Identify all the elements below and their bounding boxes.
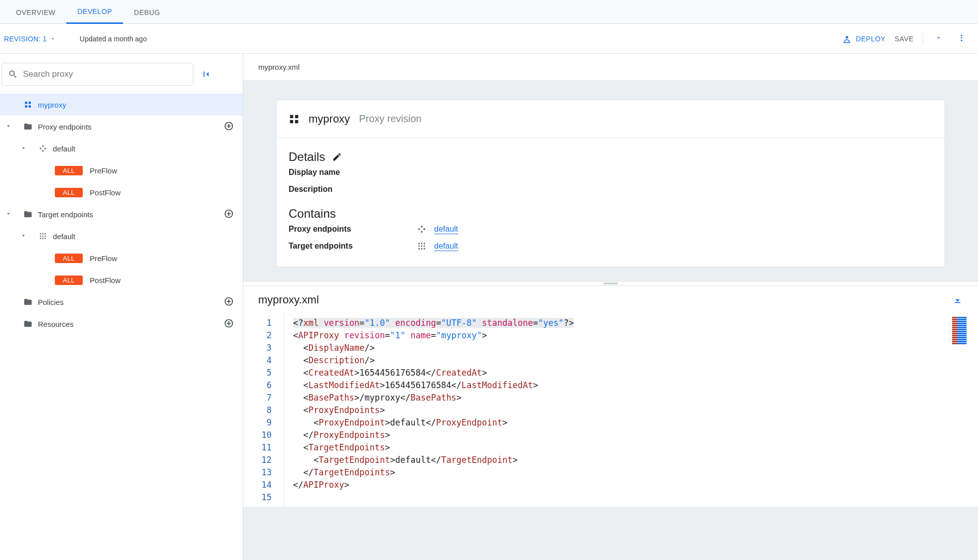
- tree-node-policies[interactable]: Policies: [0, 291, 243, 313]
- card-title: myproxy: [309, 113, 350, 126]
- code-editor-header: myproxy.xml: [243, 286, 978, 314]
- tree-node-resources[interactable]: Resources: [0, 313, 243, 335]
- deploy-button[interactable]: DEPLOY: [842, 34, 886, 44]
- tree-label: Proxy endpoints: [38, 123, 92, 131]
- tree-node-target-postflow[interactable]: ALL PostFlow: [0, 269, 243, 291]
- chevron-down-icon: [5, 123, 14, 131]
- svg-point-0: [845, 36, 848, 38]
- tab-develop[interactable]: DEVELOP: [66, 0, 123, 24]
- card-subtitle: Proxy revision: [359, 113, 422, 125]
- tree-node-proxy-preflow[interactable]: ALL PreFlow: [0, 159, 243, 181]
- contains-heading: Contains: [289, 207, 336, 221]
- http-verb-chip: ALL: [55, 166, 83, 175]
- pane-splitter[interactable]: [243, 281, 978, 286]
- tree-label: default: [53, 232, 75, 241]
- svg-rect-6: [28, 102, 31, 104]
- add-target-endpoint-button[interactable]: [224, 209, 234, 220]
- breadcrumb: myproxy.xml: [243, 54, 978, 81]
- details-heading: Details: [289, 150, 325, 164]
- svg-point-27: [421, 243, 423, 244]
- revision-label: REVISION: 1: [4, 35, 47, 43]
- description-label: Description: [289, 185, 417, 194]
- folder-icon: [23, 210, 33, 219]
- deploy-label: DEPLOY: [856, 35, 886, 43]
- content-area: myproxy.xml myproxy Proxy revision Detai…: [243, 54, 978, 560]
- svg-point-13: [44, 233, 46, 235]
- search-input-container: [1, 63, 193, 86]
- svg-point-15: [42, 236, 44, 237]
- tree-label: Policies: [38, 298, 64, 306]
- folder-icon: [23, 122, 33, 131]
- tab-debug[interactable]: DEBUG: [123, 1, 171, 23]
- target-endpoint-link[interactable]: default: [434, 242, 458, 251]
- svg-point-4: [961, 40, 963, 41]
- search-input[interactable]: [23, 69, 187, 79]
- breadcrumb-text: myproxy.xml: [258, 63, 300, 71]
- tree-node-proxy-endpoints[interactable]: Proxy endpoints: [0, 116, 243, 138]
- svg-rect-7: [25, 105, 27, 108]
- svg-point-12: [42, 233, 44, 235]
- tree-node-target-preflow[interactable]: ALL PreFlow: [0, 247, 243, 269]
- save-dropdown[interactable]: [932, 32, 945, 45]
- svg-point-26: [418, 243, 420, 244]
- svg-point-32: [418, 248, 420, 250]
- svg-point-19: [44, 238, 46, 239]
- chevron-down-icon: [20, 144, 29, 153]
- add-resource-button[interactable]: [224, 318, 234, 330]
- collapse-sidebar-button[interactable]: [200, 69, 211, 80]
- svg-rect-1: [843, 42, 850, 43]
- tab-overview[interactable]: OVERVIEW: [5, 1, 66, 23]
- http-verb-chip: ALL: [55, 254, 83, 263]
- svg-point-16: [44, 236, 46, 237]
- endpoint-icon: [417, 225, 434, 234]
- svg-point-28: [424, 243, 425, 244]
- svg-rect-35: [955, 302, 961, 303]
- folder-icon: [23, 319, 33, 328]
- revision-dropdown[interactable]: REVISION: 1: [4, 35, 56, 43]
- code-content[interactable]: <?xml version="1.0" encoding="UTF-8" sta…: [284, 314, 978, 507]
- display-name-label: Display name: [289, 168, 417, 177]
- proxy-icon: [23, 101, 33, 109]
- svg-rect-24: [290, 120, 293, 123]
- tree-label: PreFlow: [90, 254, 117, 263]
- tree-label: Resources: [38, 320, 74, 328]
- svg-point-29: [418, 246, 420, 247]
- svg-rect-23: [295, 115, 298, 118]
- endpoint-icon: [38, 144, 48, 152]
- add-proxy-endpoint-button[interactable]: [224, 121, 234, 133]
- tree-node-proxy-default[interactable]: default: [0, 138, 243, 159]
- overflow-menu[interactable]: [954, 31, 969, 46]
- edit-icon[interactable]: [332, 152, 342, 162]
- svg-rect-5: [25, 102, 27, 104]
- svg-rect-25: [295, 120, 298, 123]
- svg-point-33: [421, 248, 423, 250]
- collapse-editor-button[interactable]: [952, 293, 963, 307]
- add-policy-button[interactable]: [224, 296, 234, 308]
- tree-node-proxy-root[interactable]: myproxy: [0, 94, 243, 116]
- svg-point-11: [40, 233, 41, 235]
- separator: [923, 32, 923, 46]
- svg-point-30: [421, 246, 423, 247]
- folder-icon: [23, 297, 33, 306]
- proxy-icon: [289, 114, 300, 125]
- line-gutter: 123456789101112131415: [243, 314, 284, 507]
- save-button[interactable]: SAVE: [895, 35, 914, 43]
- proxy-endpoint-link[interactable]: default: [434, 225, 458, 234]
- updated-text: Updated a month ago: [80, 35, 147, 43]
- tree-label: PreFlow: [90, 166, 117, 175]
- chevron-down-icon: [20, 232, 29, 241]
- tree-label: default: [53, 144, 75, 153]
- tree-label: PostFlow: [90, 188, 121, 197]
- tree-node-target-default[interactable]: default: [0, 225, 243, 247]
- svg-point-31: [424, 246, 425, 247]
- deploy-icon: [842, 34, 852, 44]
- tree-label-proxy-root: myproxy: [38, 101, 66, 109]
- target-icon: [417, 242, 434, 251]
- top-tabs: OVERVIEW DEVELOP DEBUG: [0, 0, 978, 24]
- minimap[interactable]: [950, 317, 976, 346]
- tree-node-proxy-postflow[interactable]: ALL PostFlow: [0, 181, 243, 203]
- code-editor[interactable]: 123456789101112131415 <?xml version="1.0…: [243, 314, 978, 507]
- revision-toolbar: REVISION: 1 Updated a month ago DEPLOY S…: [0, 24, 978, 54]
- tree-node-target-endpoints[interactable]: Target endpoints: [0, 203, 243, 225]
- svg-point-2: [961, 34, 963, 36]
